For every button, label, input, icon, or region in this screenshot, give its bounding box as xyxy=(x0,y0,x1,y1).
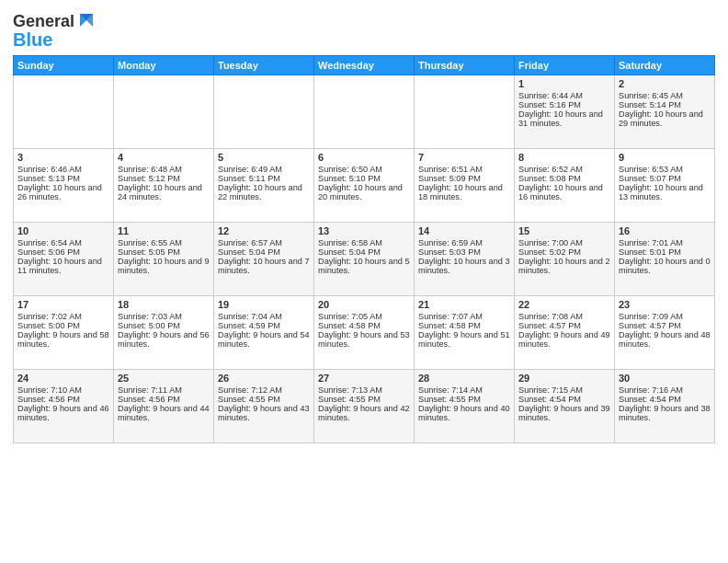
cell-content: Daylight: 10 hours and 26 minutes. xyxy=(17,183,109,201)
day-number: 3 xyxy=(17,152,109,163)
cell-content: Sunrise: 7:13 AM xyxy=(318,385,410,395)
cell-content: Daylight: 10 hours and 31 minutes. xyxy=(518,109,610,128)
calendar-cell: 18Sunrise: 7:03 AMSunset: 5:00 PMDayligh… xyxy=(114,295,214,369)
day-header-sunday: Sunday xyxy=(14,55,114,75)
cell-content: Sunrise: 7:01 AM xyxy=(619,238,711,247)
cell-content: Daylight: 9 hours and 51 minutes. xyxy=(418,330,510,349)
calendar-cell: 30Sunrise: 7:16 AMSunset: 4:54 PMDayligh… xyxy=(615,369,715,442)
day-number: 17 xyxy=(17,299,109,310)
page-header: General Blue xyxy=(13,9,715,50)
calendar-week-row: 10Sunrise: 6:54 AMSunset: 5:06 PMDayligh… xyxy=(14,222,715,295)
cell-content: Sunset: 4:54 PM xyxy=(518,395,610,404)
cell-content: Sunset: 5:05 PM xyxy=(118,247,210,257)
cell-content: Sunset: 5:01 PM xyxy=(619,247,711,257)
day-number: 5 xyxy=(218,152,310,163)
calendar-cell: 1Sunrise: 6:44 AMSunset: 5:16 PMDaylight… xyxy=(515,75,615,148)
day-number: 20 xyxy=(318,299,410,310)
day-number: 7 xyxy=(418,152,510,163)
calendar-cell: 20Sunrise: 7:05 AMSunset: 4:58 PMDayligh… xyxy=(314,295,415,369)
day-number: 21 xyxy=(418,299,510,310)
calendar-cell: 29Sunrise: 7:15 AMSunset: 4:54 PMDayligh… xyxy=(515,369,615,442)
cell-content: Sunrise: 6:51 AM xyxy=(418,165,510,174)
day-number: 27 xyxy=(318,373,410,384)
cell-content: Daylight: 10 hours and 29 minutes. xyxy=(619,109,711,128)
cell-content: Daylight: 10 hours and 3 minutes. xyxy=(418,257,510,275)
cell-content: Daylight: 10 hours and 20 minutes. xyxy=(318,183,410,201)
calendar-week-row: 3Sunrise: 6:46 AMSunset: 5:13 PMDaylight… xyxy=(14,148,715,222)
day-header-saturday: Saturday xyxy=(615,55,715,75)
cell-content: Daylight: 9 hours and 43 minutes. xyxy=(218,404,310,422)
cell-content: Daylight: 10 hours and 24 minutes. xyxy=(118,183,210,201)
cell-content: Daylight: 9 hours and 40 minutes. xyxy=(418,404,510,422)
calendar-cell xyxy=(214,75,314,148)
cell-content: Sunrise: 7:16 AM xyxy=(619,385,711,395)
cell-content: Sunset: 4:58 PM xyxy=(418,321,510,330)
calendar-cell xyxy=(415,75,515,148)
day-number: 30 xyxy=(619,373,711,384)
calendar-cell: 14Sunrise: 6:59 AMSunset: 5:03 PMDayligh… xyxy=(415,222,515,295)
calendar-cell xyxy=(14,75,114,148)
cell-content: Daylight: 10 hours and 16 minutes. xyxy=(518,183,610,201)
cell-content: Sunrise: 6:50 AM xyxy=(318,165,410,174)
cell-content: Sunset: 5:16 PM xyxy=(518,100,610,109)
cell-content: Sunset: 4:57 PM xyxy=(518,321,610,330)
cell-content: Sunrise: 6:48 AM xyxy=(118,165,210,174)
day-number: 12 xyxy=(218,225,310,236)
calendar-week-row: 24Sunrise: 7:10 AMSunset: 4:56 PMDayligh… xyxy=(14,369,715,442)
calendar-cell: 2Sunrise: 6:45 AMSunset: 5:14 PMDaylight… xyxy=(615,75,715,148)
cell-content: Sunrise: 7:09 AM xyxy=(619,312,711,321)
cell-content: Sunrise: 7:05 AM xyxy=(318,312,410,321)
calendar-cell: 3Sunrise: 6:46 AMSunset: 5:13 PMDaylight… xyxy=(14,148,114,222)
calendar-cell: 10Sunrise: 6:54 AMSunset: 5:06 PMDayligh… xyxy=(14,222,114,295)
cell-content: Sunrise: 7:04 AM xyxy=(218,312,310,321)
cell-content: Sunrise: 7:00 AM xyxy=(518,238,610,247)
cell-content: Sunrise: 6:44 AM xyxy=(518,91,610,100)
cell-content: Sunset: 5:06 PM xyxy=(17,247,109,257)
cell-content: Sunrise: 6:57 AM xyxy=(218,238,310,247)
calendar-cell: 28Sunrise: 7:14 AMSunset: 4:55 PMDayligh… xyxy=(415,369,515,442)
cell-content: Sunset: 4:58 PM xyxy=(318,321,410,330)
cell-content: Sunset: 5:11 PM xyxy=(218,174,310,183)
cell-content: Sunset: 4:54 PM xyxy=(619,395,711,404)
calendar-cell: 21Sunrise: 7:07 AMSunset: 4:58 PMDayligh… xyxy=(415,295,515,369)
cell-content: Daylight: 10 hours and 22 minutes. xyxy=(218,183,310,201)
cell-content: Sunset: 5:02 PM xyxy=(518,247,610,257)
cell-content: Sunset: 5:13 PM xyxy=(17,174,109,183)
calendar-cell: 6Sunrise: 6:50 AMSunset: 5:10 PMDaylight… xyxy=(314,148,415,222)
cell-content: Daylight: 10 hours and 2 minutes. xyxy=(518,257,610,275)
cell-content: Daylight: 9 hours and 58 minutes. xyxy=(17,330,109,349)
calendar-header-row: SundayMondayTuesdayWednesdayThursdayFrid… xyxy=(14,55,715,75)
day-number: 10 xyxy=(17,225,109,236)
cell-content: Sunrise: 6:52 AM xyxy=(518,165,610,174)
cell-content: Sunset: 5:12 PM xyxy=(118,174,210,183)
calendar-week-row: 17Sunrise: 7:02 AMSunset: 5:00 PMDayligh… xyxy=(14,295,715,369)
calendar-cell: 24Sunrise: 7:10 AMSunset: 4:56 PMDayligh… xyxy=(14,369,114,442)
day-header-friday: Friday xyxy=(515,55,615,75)
cell-content: Daylight: 9 hours and 46 minutes. xyxy=(17,404,109,422)
calendar-cell: 4Sunrise: 6:48 AMSunset: 5:12 PMDaylight… xyxy=(114,148,214,222)
cell-content: Daylight: 9 hours and 54 minutes. xyxy=(218,330,310,349)
logo-icon xyxy=(76,10,97,30)
cell-content: Daylight: 9 hours and 39 minutes. xyxy=(518,404,610,422)
calendar-cell: 26Sunrise: 7:12 AMSunset: 4:55 PMDayligh… xyxy=(214,369,314,442)
calendar-cell: 25Sunrise: 7:11 AMSunset: 4:56 PMDayligh… xyxy=(114,369,214,442)
cell-content: Sunrise: 7:15 AM xyxy=(518,385,610,395)
cell-content: Sunset: 5:00 PM xyxy=(118,321,210,330)
calendar-cell: 11Sunrise: 6:55 AMSunset: 5:05 PMDayligh… xyxy=(114,222,214,295)
day-number: 16 xyxy=(619,225,711,236)
cell-content: Daylight: 9 hours and 49 minutes. xyxy=(518,330,610,349)
logo-text-blue: Blue xyxy=(13,29,52,50)
cell-content: Sunrise: 6:53 AM xyxy=(619,165,711,174)
cell-content: Sunrise: 6:46 AM xyxy=(17,165,109,174)
calendar-cell: 17Sunrise: 7:02 AMSunset: 5:00 PMDayligh… xyxy=(14,295,114,369)
cell-content: Sunset: 4:55 PM xyxy=(318,395,410,404)
cell-content: Sunrise: 7:10 AM xyxy=(17,385,109,395)
calendar-table: SundayMondayTuesdayWednesdayThursdayFrid… xyxy=(13,55,715,443)
cell-content: Sunset: 4:56 PM xyxy=(17,395,109,404)
cell-content: Sunset: 5:00 PM xyxy=(17,321,109,330)
day-number: 4 xyxy=(118,152,210,163)
cell-content: Daylight: 10 hours and 9 minutes. xyxy=(118,257,210,275)
cell-content: Sunrise: 6:55 AM xyxy=(118,238,210,247)
cell-content: Sunrise: 7:11 AM xyxy=(118,385,210,395)
cell-content: Sunset: 5:09 PM xyxy=(418,174,510,183)
